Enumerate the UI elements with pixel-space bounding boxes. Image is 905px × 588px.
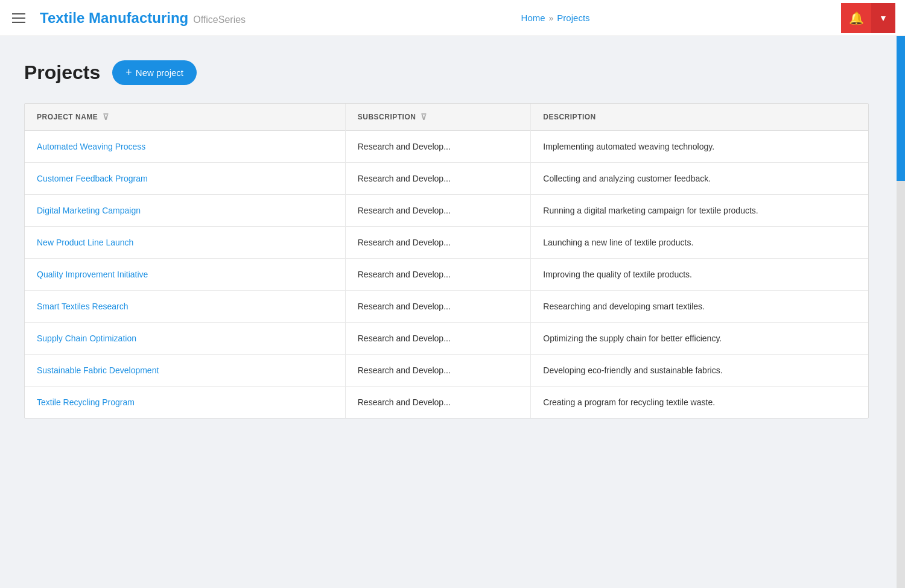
table-cell-project-name: Quality Improvement Initiative — [25, 259, 345, 291]
project-name-link[interactable]: Textile Recycling Program — [37, 397, 135, 407]
page-header: Projects + New project — [24, 60, 881, 85]
subscription-filter-icon[interactable]: ⊽ — [421, 112, 427, 122]
table-cell-description: Launching a new line of textile products… — [531, 227, 868, 259]
project-name-filter-icon[interactable]: ⊽ — [103, 112, 109, 122]
user-dropdown-button[interactable]: ▼ — [871, 3, 895, 33]
column-header-description: DESCRIPTION — [531, 104, 868, 131]
table-cell-project-name: New Product Line Launch — [25, 227, 345, 259]
table-cell-subscription: Research and Develop... — [345, 131, 531, 163]
table-cell-subscription: Research and Develop... — [345, 227, 531, 259]
table-row: Textile Recycling ProgramResearch and De… — [25, 387, 868, 419]
table-header: PROJECT NAME ⊽ SUBSCRIPTION ⊽ DESCRIPTIO… — [25, 104, 868, 131]
table-cell-description: Running a digital marketing campaign for… — [531, 195, 868, 227]
brand-title: Textile Manufacturing — [40, 10, 188, 27]
column-header-subscription: SUBSCRIPTION ⊽ — [345, 104, 531, 131]
project-name-link[interactable]: Customer Feedback Program — [37, 174, 148, 183]
project-name-link[interactable]: Smart Textiles Research — [37, 302, 128, 311]
header-actions: 🔔 ▼ — [841, 3, 895, 33]
projects-table: PROJECT NAME ⊽ SUBSCRIPTION ⊽ DESCRIPTIO… — [25, 104, 868, 418]
table-cell-description: Optimizing the supply chain for better e… — [531, 323, 868, 355]
column-subscription-label: SUBSCRIPTION — [358, 113, 416, 121]
app-header: Textile Manufacturing OfficeSeries Home … — [0, 0, 905, 36]
table-cell-description: Improving the quality of textile product… — [531, 259, 868, 291]
table-row: Quality Improvement InitiativeResearch a… — [25, 259, 868, 291]
project-name-link[interactable]: Quality Improvement Initiative — [37, 270, 148, 279]
bell-icon: 🔔 — [849, 11, 864, 25]
project-name-link[interactable]: Automated Weaving Process — [37, 142, 145, 151]
table-cell-description: Collecting and analyzing customer feedba… — [531, 163, 868, 195]
table-cell-description: Implementing automated weaving technolog… — [531, 131, 868, 163]
scrollbar-track[interactable] — [897, 0, 905, 588]
main-content: Projects + New project PROJECT NAME ⊽ — [0, 36, 905, 443]
nav-projects-link[interactable]: Projects — [557, 13, 589, 23]
table-row: Automated Weaving ProcessResearch and De… — [25, 131, 868, 163]
table-row: Smart Textiles ResearchResearch and Deve… — [25, 291, 868, 323]
hamburger-menu-button[interactable] — [10, 11, 28, 25]
table-cell-subscription: Research and Develop... — [345, 323, 531, 355]
plus-icon: + — [125, 66, 132, 79]
page-title: Projects — [24, 62, 100, 84]
column-header-project-name: PROJECT NAME ⊽ — [25, 104, 345, 131]
table-cell-project-name: Smart Textiles Research — [25, 291, 345, 323]
table-cell-project-name: Sustainable Fabric Development — [25, 355, 345, 387]
notification-bell-button[interactable]: 🔔 — [841, 3, 871, 33]
table-cell-subscription: Research and Develop... — [345, 259, 531, 291]
table-cell-description: Creating a program for recycling textile… — [531, 387, 868, 419]
table-cell-project-name: Textile Recycling Program — [25, 387, 345, 419]
projects-table-container: PROJECT NAME ⊽ SUBSCRIPTION ⊽ DESCRIPTIO… — [24, 103, 869, 419]
project-name-link[interactable]: Supply Chain Optimization — [37, 334, 136, 343]
project-name-link[interactable]: Sustainable Fabric Development — [37, 365, 159, 375]
brand-subtitle: OfficeSeries — [193, 14, 246, 25]
breadcrumb-nav: Home » Projects — [270, 13, 841, 23]
table-body: Automated Weaving ProcessResearch and De… — [25, 131, 868, 419]
nav-separator: » — [549, 13, 554, 23]
table-row: New Product Line LaunchResearch and Deve… — [25, 227, 868, 259]
table-cell-subscription: Research and Develop... — [345, 163, 531, 195]
table-cell-subscription: Research and Develop... — [345, 195, 531, 227]
chevron-down-icon: ▼ — [879, 13, 888, 23]
table-cell-project-name: Automated Weaving Process — [25, 131, 345, 163]
nav-home-link[interactable]: Home — [521, 13, 545, 23]
new-project-button[interactable]: + New project — [112, 60, 197, 85]
table-cell-subscription: Research and Develop... — [345, 355, 531, 387]
project-name-link[interactable]: Digital Marketing Campaign — [37, 206, 141, 215]
table-row: Supply Chain OptimizationResearch and De… — [25, 323, 868, 355]
brand-logo: Textile Manufacturing OfficeSeries — [40, 10, 246, 27]
project-name-link[interactable]: New Product Line Launch — [37, 238, 133, 247]
table-cell-subscription: Research and Develop... — [345, 291, 531, 323]
table-cell-project-name: Customer Feedback Program — [25, 163, 345, 195]
table-cell-subscription: Research and Develop... — [345, 387, 531, 419]
table-row: Customer Feedback ProgramResearch and De… — [25, 163, 868, 195]
new-project-label: New project — [136, 68, 183, 78]
table-cell-description: Researching and developing smart textile… — [531, 291, 868, 323]
column-description-label: DESCRIPTION — [543, 113, 596, 121]
table-cell-description: Developing eco-friendly and sustainable … — [531, 355, 868, 387]
table-row: Sustainable Fabric DevelopmentResearch a… — [25, 355, 868, 387]
table-cell-project-name: Digital Marketing Campaign — [25, 195, 345, 227]
column-project-name-label: PROJECT NAME — [37, 113, 98, 121]
table-cell-project-name: Supply Chain Optimization — [25, 323, 345, 355]
table-row: Digital Marketing CampaignResearch and D… — [25, 195, 868, 227]
